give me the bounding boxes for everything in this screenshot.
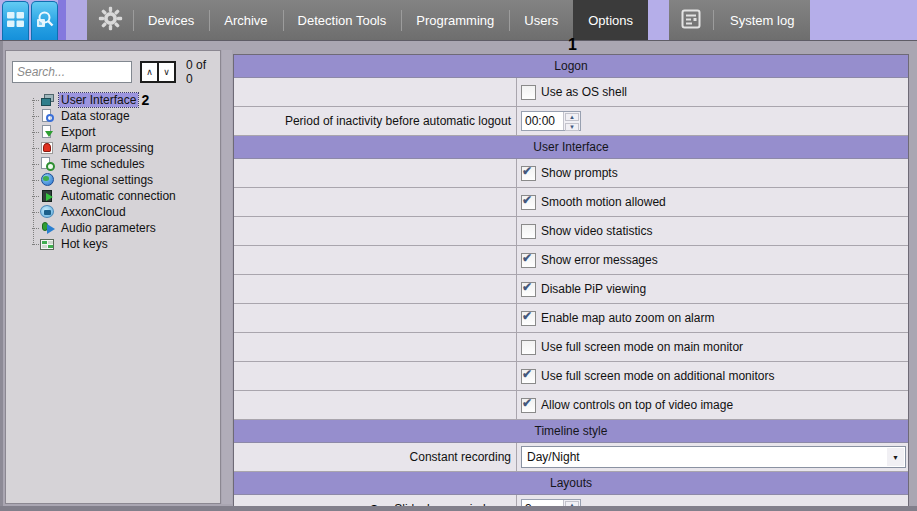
tab-archive[interactable]: Archive <box>209 0 282 40</box>
section-header: User Interface <box>234 136 908 159</box>
row-label-cell <box>234 188 517 216</box>
dropdown-value: Day/Night <box>522 450 887 464</box>
system-log-label: System log <box>714 0 810 40</box>
checkbox-label: Disable PiP viewing <box>541 282 646 296</box>
tree-connector <box>32 100 39 101</box>
layouts-grid-icon <box>7 12 24 31</box>
checkbox[interactable] <box>521 85 536 100</box>
cloud-icon <box>40 205 55 219</box>
spinner-up-button[interactable]: ▲ <box>565 113 579 121</box>
spinner-down-button[interactable]: ▼ <box>565 123 579 131</box>
sidebar-item-alarm-processing[interactable]: Alarm processing <box>32 140 220 156</box>
audio-icon <box>40 221 55 235</box>
tab-detection-tools[interactable]: Detection Tools <box>283 0 402 40</box>
title-bar-fill <box>810 0 917 40</box>
layouts-panel-button[interactable] <box>2 1 29 40</box>
row-control-cell: Show error messages <box>517 246 908 274</box>
accent-stripe-dark <box>58 0 66 40</box>
settings-row: Enable map auto zoom on alarm <box>234 304 908 333</box>
spinner-value: 00:00 <box>522 112 563 130</box>
app-window: DevicesArchiveDetection ToolsProgramming… <box>0 0 917 511</box>
checkbox[interactable] <box>521 340 536 355</box>
row-label-cell: Period of inactivity before automatic lo… <box>234 107 517 135</box>
row-label-cell <box>234 304 517 332</box>
tree-connector <box>32 148 39 149</box>
settings-row: Show video statistics <box>234 217 908 246</box>
checkbox-label: Allow controls on top of video image <box>541 398 733 412</box>
row-control-cell: Show video statistics <box>517 217 908 245</box>
checkbox[interactable] <box>521 311 536 326</box>
tree-connector <box>32 212 39 213</box>
section-header: Logon <box>234 55 908 78</box>
row-control-cell: Smooth motion allowed <box>517 188 908 216</box>
globe-icon <box>40 173 55 187</box>
search-input[interactable] <box>12 61 132 83</box>
tree-connector <box>32 244 39 245</box>
tab-programming[interactable]: Programming <box>401 0 509 40</box>
settings-row: Disable PiP viewing <box>234 275 908 304</box>
row-label-cell <box>234 275 517 303</box>
dropdown-arrow-button[interactable]: ▼ <box>887 448 904 466</box>
row-control-cell: Show prompts <box>517 159 908 187</box>
settings-row: Allow controls on top of video image <box>234 391 908 420</box>
settings-row: Use as OS shell <box>234 78 908 107</box>
main-tab-bar: DevicesArchiveDetection ToolsProgramming… <box>87 0 648 40</box>
hotkeys-icon <box>40 237 55 251</box>
checkbox[interactable] <box>521 282 536 297</box>
checkbox-label: Use full screen mode on additional monit… <box>541 369 774 383</box>
dropdown[interactable]: Day/Night▼ <box>521 446 906 468</box>
system-log-button[interactable]: System log <box>669 0 810 40</box>
sidebar-item-automatic-connection[interactable]: Automatic connection <box>32 188 220 204</box>
server-icon <box>40 189 55 203</box>
spinner-buttons: ▲▼ <box>563 112 580 130</box>
search-next-button[interactable]: ∨ <box>157 61 176 83</box>
row-label-cell <box>234 362 517 390</box>
sidebar-item-data-storage[interactable]: Data storage <box>32 108 220 124</box>
sidebar-item-audio-parameters[interactable]: Audio parameters <box>32 220 220 236</box>
panel-splitter[interactable] <box>222 50 232 504</box>
accent-stripe-light <box>66 0 87 40</box>
search-panel-button[interactable] <box>31 1 58 40</box>
sidebar-item-time-schedules[interactable]: Time schedules <box>32 156 220 172</box>
tab-users[interactable]: Users <box>509 0 573 40</box>
checkbox[interactable] <box>521 224 536 239</box>
checkbox-label: Enable map auto zoom on alarm <box>541 311 714 325</box>
tab-devices[interactable]: Devices <box>133 0 209 40</box>
tree-connector <box>32 116 39 117</box>
section-header: Timeline style <box>234 420 908 443</box>
row-control-cell: 00:00▲▼ <box>517 107 908 135</box>
checkbox[interactable] <box>521 369 536 384</box>
settings-grid: LogonUse as OS shellPeriod of inactivity… <box>233 54 909 511</box>
row-label-cell <box>234 159 517 187</box>
checkbox[interactable] <box>521 253 536 268</box>
sidebar-item-axxoncloud[interactable]: AxxonCloud <box>32 204 220 220</box>
tab-options[interactable]: Options <box>573 0 648 40</box>
settings-gear-button[interactable] <box>87 0 133 40</box>
tabs-container: DevicesArchiveDetection ToolsProgramming… <box>133 0 648 40</box>
section-header: Layouts <box>234 472 908 495</box>
sidebar-item-hot-keys[interactable]: Hot keys <box>32 236 220 252</box>
tree-connector <box>32 196 39 197</box>
checkbox[interactable] <box>521 398 536 413</box>
spinner-input[interactable]: 00:00▲▼ <box>521 111 581 131</box>
search-row: ∧ ∨ 0 of 0 <box>12 58 215 86</box>
tree-connector <box>32 228 39 229</box>
search-icon <box>35 10 54 33</box>
checkbox[interactable] <box>521 195 536 210</box>
sidebar-item-regional-settings[interactable]: Regional settings <box>32 172 220 188</box>
checkbox[interactable] <box>521 166 536 181</box>
windows-icon <box>40 93 55 107</box>
sidebar-item-user-interface[interactable]: User Interface 2 <box>32 92 220 108</box>
doc-export-icon <box>40 125 55 139</box>
tree-connector <box>32 132 39 133</box>
settings-row: Use full screen mode on main monitor <box>234 333 908 362</box>
doc-search-icon <box>40 109 55 123</box>
sidebar-item-export[interactable]: Export <box>32 124 220 140</box>
row-label: Constant recording <box>410 450 511 464</box>
row-control-cell: Enable map auto zoom on alarm <box>517 304 908 332</box>
row-label-cell <box>234 391 517 419</box>
top-toolbar: DevicesArchiveDetection ToolsProgramming… <box>0 0 917 41</box>
tree-connector <box>32 164 39 165</box>
tree-connector <box>32 180 39 181</box>
row-label-cell <box>234 78 517 106</box>
